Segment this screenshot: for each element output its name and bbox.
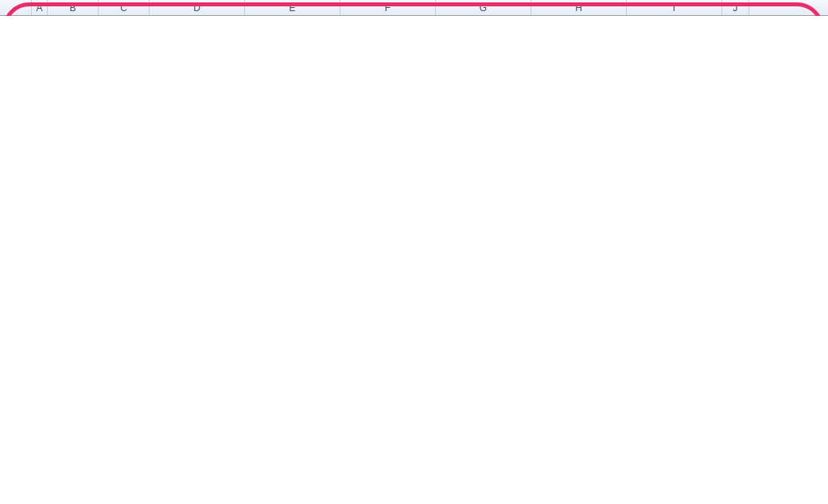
col-H[interactable]: H xyxy=(531,0,627,15)
col-G[interactable]: G xyxy=(436,0,531,15)
col-C[interactable]: C xyxy=(99,0,150,15)
col-E[interactable]: E xyxy=(245,0,340,15)
col-J[interactable]: J xyxy=(722,0,749,15)
select-all-corner[interactable] xyxy=(0,0,32,15)
col-I[interactable]: I xyxy=(627,0,722,15)
column-headers[interactable]: A B C D E F G H I J xyxy=(0,0,828,16)
spreadsheet[interactable]: A B C D E F G H I J 1 2 3 4 6 7 26 27 28… xyxy=(0,0,828,16)
col-A[interactable]: A xyxy=(32,0,48,15)
col-D[interactable]: D xyxy=(150,0,245,15)
col-B[interactable]: B xyxy=(48,0,99,15)
col-F[interactable]: F xyxy=(340,0,436,15)
